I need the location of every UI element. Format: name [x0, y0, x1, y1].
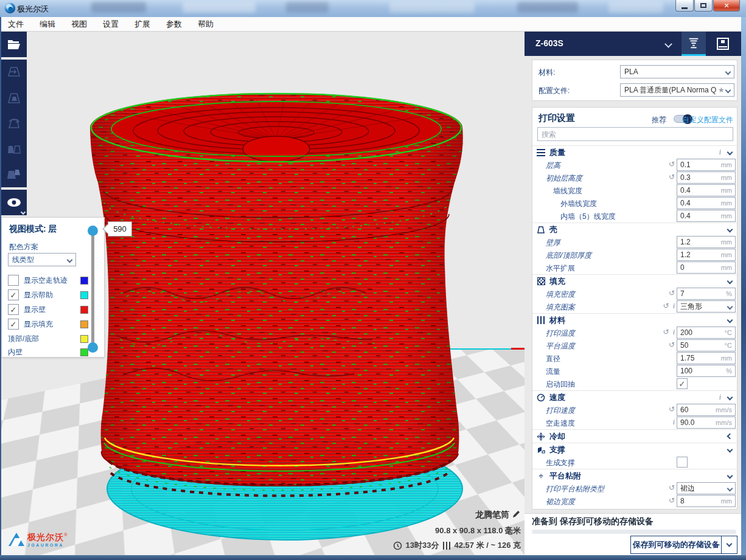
app-icon	[5, 3, 15, 13]
menu-parameters[interactable]: 参数	[158, 17, 190, 32]
adhesion-type-select[interactable]: 裙边	[677, 482, 736, 494]
menu-extensions[interactable]: 扩展	[127, 17, 158, 32]
setting-row-initial-layer-height: 初始层高度 ↺ 0.3mm	[532, 171, 738, 184]
tool-rotate-button[interactable]	[1, 111, 27, 136]
revert-icon[interactable]: ↺	[669, 173, 675, 181]
rename-pencil-icon[interactable]	[512, 510, 521, 519]
horizontal-expansion-input[interactable]: 0mm	[677, 261, 736, 274]
legend-row-topbottom: 顶部/底部	[8, 332, 99, 345]
section-material[interactable]: 材料	[532, 313, 738, 327]
setting-row-skirt-width: 裙边宽度 ↺ 8mm	[532, 495, 738, 508]
save-to-removable-button[interactable]: 保存到可移动的存储设备	[630, 536, 737, 554]
revert-icon[interactable]: ↺	[669, 496, 675, 505]
chevron-down-icon	[727, 227, 733, 233]
show-helpers-checkbox[interactable]: ✓	[8, 289, 19, 300]
topbottom-thickness-input[interactable]: 1.2mm	[677, 249, 736, 261]
favorite-star-icon: ★	[718, 86, 725, 94]
section-infill[interactable]: 填充	[532, 274, 738, 288]
chevron-down-icon	[727, 303, 733, 309]
material-select[interactable]: PLA	[620, 65, 734, 78]
settings-search-input[interactable]	[537, 127, 733, 141]
legend-row-shell: ✓ 显示壁	[8, 303, 99, 316]
menu-file[interactable]: 文件	[0, 17, 32, 32]
info-icon[interactable]: i	[673, 302, 675, 311]
close-button[interactable]: ✕	[713, 0, 740, 12]
chevron-down-icon[interactable]	[664, 40, 672, 48]
show-shell-checkbox[interactable]: ✓	[8, 304, 19, 315]
skirt-width-input[interactable]: 8mm	[677, 495, 736, 507]
outer-wall-width-input[interactable]: 0.4mm	[677, 197, 736, 209]
print-settings-title: 打印设置	[539, 112, 575, 124]
revert-icon[interactable]: ↺	[663, 328, 669, 337]
section-cooling[interactable]: 冷却	[532, 429, 738, 443]
tab-printer-monitor[interactable]	[711, 32, 735, 56]
section-speed[interactable]: 速度 i	[532, 390, 738, 404]
minimize-button[interactable]	[675, 0, 694, 12]
tool-move-button[interactable]	[1, 60, 27, 85]
view-mode-button[interactable]	[1, 190, 27, 215]
section-quality[interactable]: 质量 i	[532, 145, 738, 159]
infill-density-input[interactable]: 7%	[677, 288, 736, 300]
aero-blur-artifact	[389, 2, 475, 13]
revert-icon[interactable]: ↺	[663, 302, 669, 311]
info-icon[interactable]: i	[673, 328, 675, 337]
setting-row-topbottom-thickness: 底部/顶部厚度 1.2mm	[532, 249, 738, 261]
brand-sub: JGAURORA	[27, 543, 68, 547]
output-panel: 准备到 保存到可移动的存储设备 保存到可移动的存储设备	[525, 513, 741, 555]
print-temperature-input[interactable]: 200°C	[677, 327, 736, 339]
section-adhesion[interactable]: ÷ 平台粘附	[532, 469, 738, 482]
wall-line-width-input[interactable]: 0.4mm	[677, 184, 736, 196]
revert-icon[interactable]: ↺	[669, 340, 675, 349]
enable-retraction-checkbox[interactable]: ✓	[677, 378, 688, 389]
travel-speed-input[interactable]: 90.0mm/s	[677, 417, 736, 429]
chevron-down-icon	[727, 485, 733, 491]
menu-help[interactable]: 帮助	[190, 17, 221, 32]
open-file-button[interactable]	[1, 32, 27, 57]
generate-support-checkbox[interactable]	[677, 457, 688, 468]
section-shell[interactable]: 壳	[532, 223, 738, 236]
setting-row-infill-pattern: 填充图案 ↺i 三角形	[532, 300, 738, 313]
legend-row-helpers: ✓ 显示帮助	[8, 288, 99, 302]
travels-color-swatch	[80, 277, 88, 285]
layer-slider-track[interactable]	[91, 235, 94, 347]
revert-icon[interactable]: ↺	[669, 160, 675, 168]
tool-scale-button[interactable]	[1, 85, 27, 111]
save-options-dropdown[interactable]	[721, 536, 737, 553]
print-speed-input[interactable]: 60mm/s	[677, 404, 736, 416]
inner-wall-width-input[interactable]: 0.4mm	[677, 210, 736, 222]
show-infill-checkbox[interactable]: ✓	[8, 319, 19, 330]
menu-edit[interactable]: 编辑	[32, 17, 63, 32]
machine-name[interactable]: Z-603S	[535, 38, 563, 48]
menu-settings[interactable]: 设置	[95, 17, 127, 32]
wall-thickness-input[interactable]: 1.2mm	[677, 236, 736, 248]
revert-icon[interactable]: ↺	[669, 289, 675, 297]
info-icon[interactable]: i	[673, 418, 675, 427]
output-ready-label: 准备到 保存到可移动的存储设备	[532, 516, 654, 527]
title-bar: 极光尔沃 ✕	[0, 0, 746, 17]
infill-pattern-select[interactable]: 三角形	[677, 300, 736, 313]
revert-icon[interactable]: ↺	[669, 405, 675, 413]
menu-bar: 文件 编辑 视图 设置 扩展 参数 帮助	[0, 17, 746, 32]
revert-icon[interactable]: ↺	[669, 483, 675, 492]
layer-slider-top-handle[interactable]	[88, 226, 98, 236]
tool-mirror-button[interactable]	[1, 136, 27, 162]
color-scheme-select[interactable]: 线类型	[8, 253, 76, 266]
aero-blur-artifact	[517, 2, 578, 13]
bed-temperature-input[interactable]: 50°C	[677, 339, 736, 351]
window-border-bottom	[0, 555, 746, 560]
layer-height-input[interactable]: 0.1mm	[677, 159, 736, 171]
support-icon	[537, 446, 545, 454]
layer-slider-bottom-handle[interactable]	[88, 342, 98, 353]
tool-per-model-button[interactable]	[1, 162, 27, 187]
setting-row-print-speed: 打印速度 ↺ 60mm/s	[532, 404, 738, 417]
custom-profile-link[interactable]: 自定义配置文件	[682, 115, 733, 125]
tab-layer-view[interactable]	[682, 32, 706, 56]
section-support[interactable]: 支撑	[532, 443, 738, 456]
initial-layer-height-input[interactable]: 0.3mm	[677, 171, 736, 184]
maximize-button[interactable]	[694, 0, 713, 12]
flow-input[interactable]: 100%	[677, 365, 736, 377]
profile-select[interactable]: PLA 普通质量(PLA Norma Qua ★	[620, 83, 734, 97]
diameter-input[interactable]: 1.75mm	[677, 352, 736, 364]
menu-view[interactable]: 视图	[63, 17, 95, 32]
show-travels-checkbox[interactable]	[8, 275, 19, 286]
